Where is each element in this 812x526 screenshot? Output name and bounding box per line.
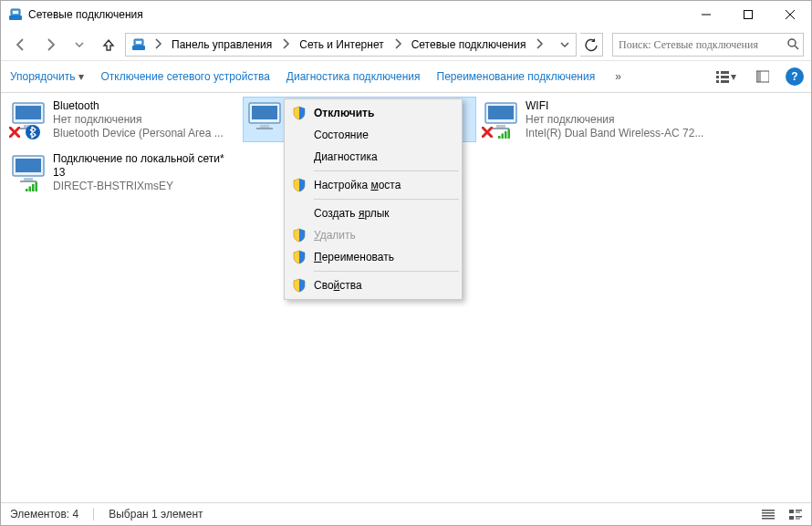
svg-rect-35 [744, 11, 753, 19]
command-bar: Упорядочить ▾ Отключение сетевого устрой… [1, 60, 811, 93]
diagnose-button[interactable]: Диагностика подключения [285, 67, 422, 87]
chevron-right-icon[interactable] [531, 38, 547, 52]
menu-separator [314, 170, 459, 171]
breadcrumb-item[interactable]: Панель управления [166, 34, 277, 56]
context-menu-item[interactable]: Свойства [286, 274, 460, 296]
connection-name: Bluetooth [53, 99, 224, 113]
refresh-button[interactable] [580, 33, 603, 57]
address-bar: Панель управления Сеть и Интернет Сетевы… [1, 28, 811, 60]
preview-pane-button[interactable] [753, 68, 773, 86]
context-menu-item[interactable]: Создать ярлык [286, 202, 460, 224]
connection-icon [245, 99, 284, 139]
menu-separator [314, 271, 459, 272]
shield-icon [292, 228, 307, 242]
shield-icon [292, 178, 307, 192]
minimize-button[interactable] [685, 1, 727, 28]
chevron-right-icon[interactable] [277, 38, 294, 52]
connection-device: Bluetooth Device (Personal Area ... [53, 127, 224, 140]
connection-name: WIFI [526, 99, 703, 113]
context-menu: ОтключитьСостояниеДиагностикаНастройка м… [284, 98, 463, 300]
separator [93, 508, 94, 521]
content-area[interactable]: Bluetooth Нет подключения Bluetooth Devi… [1, 93, 811, 502]
connection-icon [9, 152, 47, 192]
context-menu-label: Удалить [314, 229, 356, 242]
details-view-button[interactable] [762, 508, 775, 521]
context-menu-label: Отключить [314, 107, 374, 119]
connection-item-bluetooth[interactable]: Bluetooth Нет подключения Bluetooth Devi… [6, 97, 240, 143]
context-menu-label: Диагностика [314, 150, 378, 163]
recent-locations-button[interactable] [67, 32, 92, 57]
context-menu-label: Состояние [314, 129, 369, 141]
up-button[interactable] [96, 32, 121, 57]
status-item-count: Элементов: 4 [10, 508, 78, 521]
context-menu-label: Создать ярлык [314, 207, 390, 220]
close-button[interactable] [769, 1, 811, 28]
shield-icon [292, 250, 307, 264]
maximize-button[interactable] [727, 1, 769, 28]
more-commands-button[interactable]: » [609, 70, 627, 83]
help-button[interactable]: ? [786, 67, 804, 86]
connection-item-wifi[interactable]: WIFI Нет подключения Intel(R) Dual Band … [479, 97, 713, 143]
connection-icon [9, 99, 47, 139]
connection-name: Подключение по локальной сети* 13 [53, 152, 237, 180]
context-menu-item[interactable]: Диагностика [286, 146, 460, 168]
context-menu-label: Свойства [314, 279, 362, 292]
search-input[interactable] [617, 37, 783, 53]
status-bar: Элементов: 4 Выбран 1 элемент [1, 502, 811, 525]
address-history-button[interactable] [555, 40, 574, 49]
connection-item-local13[interactable]: Подключение по локальной сети* 13 DIRECT… [6, 150, 240, 196]
chevron-right-icon[interactable] [390, 38, 406, 52]
context-menu-label: Переименовать [314, 251, 394, 263]
context-menu-item: Удалить [286, 224, 460, 246]
organize-button[interactable]: Упорядочить ▾ [8, 67, 86, 87]
connection-icon [482, 99, 520, 139]
chevron-right-icon[interactable] [150, 38, 166, 52]
menu-separator [314, 199, 459, 200]
back-button[interactable] [8, 32, 34, 57]
search-icon[interactable] [786, 37, 799, 53]
tiles-view-button[interactable] [789, 508, 802, 521]
view-options-button[interactable]: ▾ [713, 68, 740, 86]
shield-icon [292, 106, 307, 120]
title-bar: Сетевые подключения [1, 1, 811, 28]
context-menu-label: Настройка моста [314, 179, 401, 191]
context-menu-item[interactable]: Отключить [286, 102, 460, 124]
context-menu-item[interactable]: Состояние [286, 124, 460, 146]
shield-icon [292, 278, 307, 293]
connection-status: Нет подключения [53, 113, 224, 127]
breadcrumb-item[interactable]: Сеть и Интернет [294, 34, 389, 56]
connection-device: Intel(R) Dual Band Wireless-AC 72... [526, 127, 703, 140]
breadcrumb-item[interactable]: Сетевые подключения [406, 34, 532, 56]
forward-button[interactable] [37, 32, 63, 57]
status-selection: Выбран 1 элемент [109, 508, 203, 521]
context-menu-item[interactable]: Переименовать [286, 246, 460, 268]
search-box[interactable] [612, 33, 804, 57]
app-icon [8, 7, 23, 22]
organize-label: Упорядочить [10, 70, 75, 83]
connection-status: Нет подключения [526, 113, 703, 127]
rename-button[interactable]: Переименование подключения [435, 67, 598, 87]
connection-device: DIRECT-BHSTRIXmsEY [53, 180, 235, 193]
location-icon [131, 37, 146, 52]
context-menu-item[interactable]: Настройка моста [286, 174, 460, 196]
window-title: Сетевые подключения [28, 8, 143, 21]
disable-device-button[interactable]: Отключение сетевого устройства [99, 67, 271, 87]
breadcrumb-box[interactable]: Панель управления Сеть и Интернет Сетевы… [125, 33, 577, 57]
